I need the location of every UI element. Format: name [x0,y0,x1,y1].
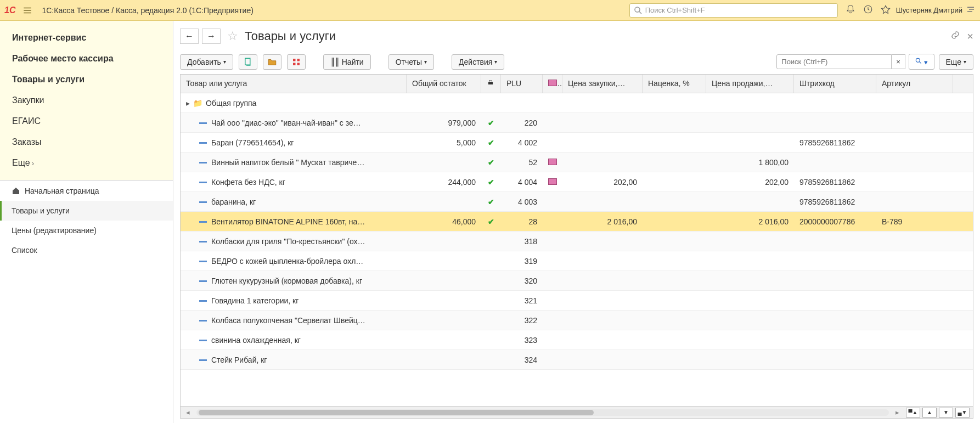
svg-rect-13 [297,59,300,61]
item-marker-icon [199,359,207,361]
favorite-star-icon[interactable]: ☆ [227,29,238,43]
sidebar-item-2[interactable]: Товары и услуги [0,69,173,90]
scroll-down-button[interactable]: ▼ [939,408,953,418]
table-row[interactable]: Стейк Рибай, кг324 [181,350,973,370]
scroll-up-button[interactable]: ▲ [922,408,937,418]
hamburger-icon[interactable] [20,3,35,18]
th-stock[interactable]: Общий остаток [407,75,481,93]
table-group-row[interactable]: ▸📁Общая группа [181,93,973,113]
horizontal-scrollbar[interactable] [196,409,889,416]
table-row[interactable]: баранина, кг✔4 0039785926811862 [181,192,973,212]
data-table: Товар или услуга Общий остаток PLU Цена … [180,74,973,419]
scroll-top-bar-button[interactable]: ▀▲ [906,408,920,418]
table-row[interactable]: Конфета без НДС, кг244,000✔4 004202,0020… [181,172,973,192]
svg-rect-12 [293,59,296,61]
find-button[interactable]: ║║ Найти [323,54,371,70]
search-clear-button[interactable]: × [892,54,905,69]
sidebar-item-1[interactable]: Рабочее место кассира [0,48,173,69]
star-icon[interactable] [881,4,891,16]
tab-item-2[interactable]: Цены (редактирование) [0,221,173,240]
history-icon[interactable] [863,4,873,16]
table-row[interactable]: Говядина 1 категории, кг321 [181,291,973,311]
table-row[interactable]: Вентилятор BINATONE ALPINE 160вт, на…46,… [181,212,973,232]
sidebar-item-6[interactable]: Еще [0,153,173,173]
sidebar-item-5[interactable]: Заказы [0,132,173,153]
more-button[interactable]: Еще ▾ [939,54,974,70]
tab-item-1[interactable]: Товары и услуги [0,201,173,221]
check-icon: ✔ [488,198,494,206]
sidebar: Интернет-сервисРабочее место кассираТова… [0,21,173,423]
th-name[interactable]: Товар или услуга [181,75,407,93]
topbar: 1C 1С:Касса Тестовое / Касса, редакция 2… [0,0,980,21]
svg-rect-14 [293,63,296,65]
settings-lines-icon[interactable] [966,4,976,16]
th-buy[interactable]: Цена закупки,… [562,75,643,93]
table-row[interactable]: Чай ооо "диас-эко" "иван-чай-иван" с зе…… [181,113,973,133]
nav-forward-button[interactable]: → [202,29,221,44]
search-icon [633,5,643,15]
money-icon [548,159,557,165]
add-button[interactable]: Добавить ▾ [180,54,233,70]
item-marker-icon [199,201,207,203]
table-row[interactable]: БЕДРО с кожей цыпленка-бройлера охл…319 [181,251,973,271]
global-search-placeholder: Поиск Ctrl+Shift+F [645,6,705,14]
th-barcode[interactable]: Штрихкод [794,75,876,93]
grid-button[interactable] [287,54,306,70]
item-marker-icon [199,122,207,124]
close-icon[interactable]: × [967,30,973,43]
th-plu[interactable]: PLU [501,75,543,93]
search-input[interactable] [776,54,892,69]
tab-item-0[interactable]: Начальная страница [0,181,173,201]
svg-marker-6 [881,5,889,13]
item-marker-icon [199,221,207,223]
new-doc-button[interactable] [239,54,257,70]
svg-line-17 [920,62,921,64]
sidebar-item-4[interactable]: ЕГАИС [0,111,173,132]
check-icon: ✔ [488,138,494,147]
th-printer-icon[interactable] [481,75,501,93]
table-header: Товар или услуга Общий остаток PLU Цена … [181,75,973,93]
table-row[interactable]: Колбаски для гриля "По-крестьянски" (ох…… [181,232,973,251]
new-folder-button[interactable] [263,54,281,70]
svg-rect-19 [489,80,492,82]
th-money-icon[interactable] [543,75,562,93]
money-icon [548,178,557,185]
sidebar-item-3[interactable]: Закупки [0,90,173,111]
sidebar-item-0[interactable]: Интернет-сервис [0,27,173,48]
table-row[interactable]: свинина охлажденная, кг323 [181,330,973,350]
check-icon: ✔ [488,217,494,226]
table-row[interactable]: Колбаса полукопченая "Сервелат Швейц…322 [181,311,973,330]
scroll-bottom-bar-button[interactable]: ▄▼ [955,408,970,418]
table-row[interactable]: Глютен кукурузный (кормовая добавка), кг… [181,271,973,291]
reports-button[interactable]: Отчеты ▾ [388,54,434,70]
item-marker-icon [199,241,207,242]
link-icon[interactable] [950,30,960,43]
svg-point-16 [916,58,920,62]
table-row[interactable]: Баран (7796514654), кг5,000✔4 0029785926… [181,133,973,153]
search-go-button[interactable]: ▾ [909,54,934,70]
page-title: Товары и услуги [245,29,336,43]
th-article[interactable]: Артикул [876,75,953,93]
check-icon: ✔ [488,158,494,167]
svg-rect-15 [297,63,300,65]
user-name[interactable]: Шустерняк Дмитрий [896,6,962,14]
home-icon [12,187,20,195]
th-sell[interactable]: Цена продажи,… [706,75,794,93]
toolbar: Добавить ▾ ║║ Найти Отчеты ▾ Действия ▾ … [180,52,973,74]
actions-button[interactable]: Действия ▾ [452,54,504,70]
content-area: ← → ☆ Товары и услуги × Добавить ▾ ║║ На… [173,21,980,423]
svg-rect-10 [245,58,250,65]
expand-icon[interactable]: ▸ [186,99,190,108]
bell-icon[interactable] [846,4,855,16]
tab-item-3[interactable]: Список [0,240,173,260]
nav-back-button[interactable]: ← [180,29,199,44]
global-search[interactable]: Поиск Ctrl+Shift+F [629,3,838,18]
item-marker-icon [199,142,207,144]
item-marker-icon [199,261,207,262]
table-row[interactable]: Винный напиток белый " Мускат тавриче…✔5… [181,153,973,172]
window-title: 1С:Касса Тестовое / Касса, редакция 2.0 … [42,6,253,15]
item-marker-icon [199,340,207,341]
th-markup[interactable]: Наценка, % [643,75,706,93]
item-marker-icon [199,182,207,183]
item-marker-icon [199,280,207,282]
